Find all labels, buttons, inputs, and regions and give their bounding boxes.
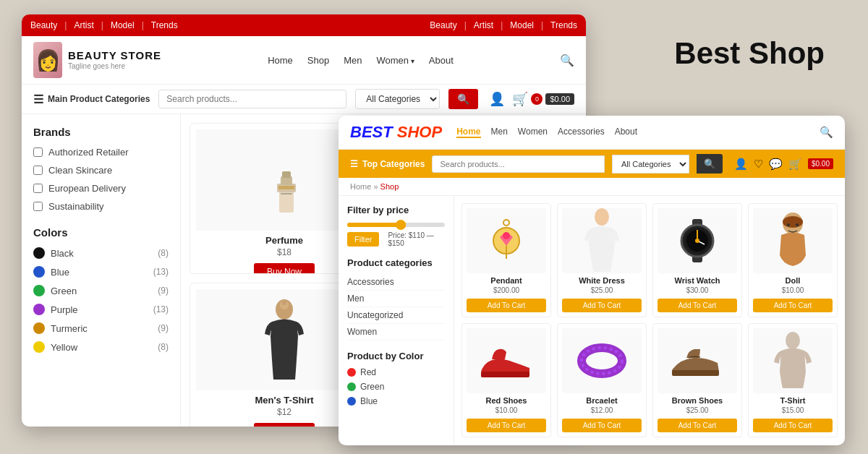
bs-doll-img: [753, 208, 833, 273]
bs-nav-home[interactable]: Home: [456, 127, 480, 138]
nav-women[interactable]: Women: [377, 55, 414, 66]
topbar-trends-r[interactable]: Trends: [550, 20, 577, 30]
product-perfume-1-buy[interactable]: Buy Now: [254, 263, 315, 274]
bs-nav-men[interactable]: Men: [491, 127, 508, 138]
bs-bracelet-add-cart[interactable]: Add To Cart: [562, 419, 642, 432]
brand-sustainability-checkbox[interactable]: [33, 202, 43, 211]
brand-authorized[interactable]: Authorized Retailer: [33, 147, 169, 158]
beauty-logo: 👩 BEAUTY STORE Tagline goes here: [33, 42, 161, 78]
brand-european[interactable]: European Delivery: [33, 183, 169, 194]
bs-product-pendant[interactable]: Pendant $200.00 Add To Cart: [461, 203, 551, 317]
bs-cat-uncategorized[interactable]: Uncategorized: [347, 307, 445, 324]
beauty-topbar: Beauty | Artist | Model | Trends Beauty …: [22, 14, 586, 36]
bs-price-slider[interactable]: [347, 223, 445, 227]
bs-search-input[interactable]: [432, 155, 605, 173]
search-icon[interactable]: 🔍: [560, 53, 574, 67]
colors-section: Colors Black (8) Blue (13) Green (9): [33, 226, 169, 353]
topbar-model-r[interactable]: Model: [510, 20, 534, 30]
color-yellow[interactable]: Yellow (8): [33, 341, 169, 353]
bs-tshirt-add-cart[interactable]: Add To Cart: [753, 419, 833, 432]
bs-pendant-add-cart[interactable]: Add To Cart: [467, 299, 546, 312]
bs-white-dress-price: $25.00: [562, 286, 642, 294]
beauty-category-select[interactable]: All Categories Men Women: [355, 89, 440, 109]
main-categories-button[interactable]: ☰ Main Product Categories: [33, 93, 150, 106]
bs-nav-accessories[interactable]: Accessories: [558, 127, 605, 138]
brand-authorized-checkbox[interactable]: [33, 147, 43, 157]
svg-rect-4: [278, 186, 294, 189]
topbar-trends[interactable]: Trends: [151, 20, 178, 30]
brand-european-checkbox[interactable]: [33, 184, 43, 193]
color-purple-count: (13): [153, 304, 169, 314]
user-icon[interactable]: 👤: [489, 91, 505, 107]
bs-product-bracelet[interactable]: Brcaelet $12.00 Add To Cart: [557, 323, 647, 437]
bs-cat-women[interactable]: Women: [347, 324, 445, 340]
bs-slider-handle[interactable]: [396, 220, 406, 230]
topbar-artist[interactable]: Artist: [74, 20, 93, 30]
bs-blue-dot: [347, 397, 356, 406]
bs-color-blue[interactable]: Blue: [347, 396, 445, 406]
nav-about[interactable]: About: [429, 55, 454, 66]
brand-clean-checkbox[interactable]: [33, 166, 43, 175]
bs-color-green[interactable]: Green: [347, 382, 445, 392]
top-cat-label: Top Categories: [362, 159, 425, 169]
brand-clean[interactable]: Clean Skincare: [33, 165, 169, 176]
beauty-search-button[interactable]: 🔍: [448, 89, 478, 109]
nav-shop[interactable]: Shop: [307, 55, 329, 66]
color-blue[interactable]: Blue (13): [33, 266, 169, 278]
bs-red-shoes-add-cart[interactable]: Add To Cart: [467, 419, 546, 432]
product-mens-tshirt-buy[interactable]: Buy Now: [254, 423, 315, 427]
bs-product-red-shoes[interactable]: Red Shoes $10.00 Add To Cart: [461, 323, 551, 437]
bs-nav-women[interactable]: Women: [518, 127, 548, 138]
topbar-model[interactable]: Model: [111, 20, 135, 30]
bs-product-watch[interactable]: Wrist Watch $30.00 Add To Cart: [652, 203, 742, 317]
color-black[interactable]: Black (8): [33, 247, 169, 259]
bs-color-red[interactable]: Red: [347, 367, 445, 377]
bs-green-dot: [347, 382, 356, 391]
bs-header-search-icon[interactable]: 🔍: [820, 126, 833, 139]
bs-price-label: Price: $110 — $150: [388, 231, 445, 247]
bs-user-icon[interactable]: 👤: [734, 158, 748, 171]
bs-cat-men[interactable]: Men: [347, 291, 445, 307]
beauty-topbar-right: Beauty | Artist | Model | Trends: [430, 20, 577, 30]
bs-chat-icon[interactable]: 💬: [769, 158, 783, 171]
nav-men[interactable]: Men: [344, 55, 362, 66]
nav-home[interactable]: Home: [268, 55, 293, 66]
color-purple[interactable]: Purple (13): [33, 304, 169, 315]
page-title: Best Shop: [674, 36, 825, 71]
bs-nav-about[interactable]: About: [615, 127, 637, 138]
bs-product-doll[interactable]: Doll $10.00 Add To Cart: [748, 203, 838, 317]
bs-filter-button[interactable]: Filter: [347, 232, 379, 247]
bs-doll-add-cart[interactable]: Add To Cart: [753, 299, 833, 312]
bs-product-white-dress[interactable]: White Dress $25.00 Add To Cart: [557, 203, 647, 317]
svg-point-38: [786, 332, 800, 349]
cart-area[interactable]: 🛒 0 $0.00: [512, 91, 574, 107]
bs-heart-icon[interactable]: ♡: [754, 158, 763, 171]
color-green[interactable]: Green (9): [33, 285, 169, 296]
bs-brown-shoes-img: [658, 328, 737, 393]
bs-search-button[interactable]: 🔍: [697, 154, 723, 174]
bs-watch-name: Wrist Watch: [658, 276, 737, 285]
bs-cat-accessories[interactable]: Accessories: [347, 274, 445, 291]
bs-bracelet-name: Brcaelet: [562, 396, 642, 405]
brand-authorized-label: Authorized Retailer: [48, 147, 129, 158]
bs-product-brown-shoes[interactable]: Brown Shoes $25.00 Add To Cart: [652, 323, 742, 437]
bs-watch-img: [658, 208, 737, 273]
bs-header: BEST SHOP Home Men Women Accessories Abo…: [339, 116, 845, 150]
bs-category-select[interactable]: All Categories Men Women Accessories: [612, 155, 689, 174]
color-yellow-label: Yellow: [51, 342, 77, 353]
breadcrumb-home[interactable]: Home: [350, 182, 371, 191]
bs-watch-price: $30.00: [658, 286, 737, 294]
topbar-beauty-r[interactable]: Beauty: [430, 20, 456, 30]
bs-tshirt-name: T-Shirt: [753, 396, 833, 405]
breadcrumb-shop[interactable]: Shop: [380, 182, 399, 191]
topbar-artist-r[interactable]: Artist: [474, 20, 493, 30]
bs-product-tshirt[interactable]: T-Shirt $15.00 Add To Cart: [748, 323, 838, 437]
bs-cart-icon[interactable]: 🛒: [788, 158, 802, 171]
brand-sustainability[interactable]: Sustainability: [33, 201, 169, 212]
topbar-beauty[interactable]: Beauty: [30, 20, 57, 30]
bs-brown-shoes-add-cart[interactable]: Add To Cart: [658, 419, 737, 432]
color-turmeric[interactable]: Turmeric (9): [33, 322, 169, 334]
bs-watch-add-cart[interactable]: Add To Cart: [658, 299, 737, 312]
beauty-search-input[interactable]: [158, 90, 346, 108]
bs-white-dress-add-cart[interactable]: Add To Cart: [562, 299, 642, 312]
